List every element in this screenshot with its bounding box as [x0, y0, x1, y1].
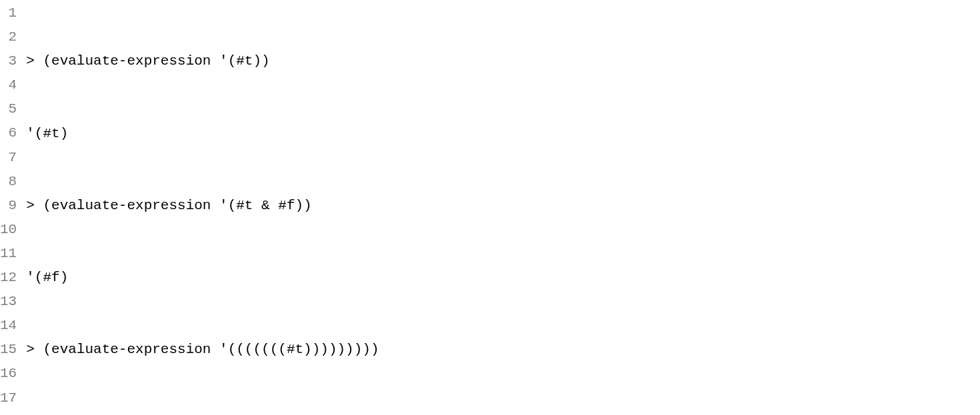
code-line: > (evaluate-expression '(#t)) [26, 49, 530, 73]
code-line: '(#t) [26, 122, 530, 146]
line-number: 5 [0, 97, 17, 121]
line-number: 15 [0, 338, 17, 362]
code-line: > (evaluate-expression '(((((((#t)))))))… [26, 338, 530, 362]
code-line: '(#f) [26, 266, 530, 290]
line-number: 8 [0, 170, 17, 194]
code-line: > (evaluate-expression '(#t & #f)) [26, 194, 530, 218]
line-number: 13 [0, 290, 17, 314]
line-number: 6 [0, 121, 17, 145]
line-number: 9 [0, 194, 17, 218]
line-number-gutter: 1 2 3 4 5 6 7 8 9 10 11 12 13 14 15 16 1… [0, 1, 26, 415]
code-content: > (evaluate-expression '(#t)) '(#t) > (e… [26, 1, 530, 415]
line-number: 4 [0, 73, 17, 97]
line-number: 1 [0, 1, 17, 25]
line-number: 7 [0, 146, 17, 170]
line-number: 3 [0, 49, 17, 73]
line-number: 17 [0, 386, 17, 410]
code-line: '(#t) [26, 410, 530, 415]
line-number: 16 [0, 362, 17, 386]
code-listing: 1 2 3 4 5 6 7 8 9 10 11 12 13 14 15 16 1… [0, 0, 980, 415]
line-number: 14 [0, 314, 17, 338]
line-number: 10 [0, 218, 17, 242]
line-number: 12 [0, 266, 17, 290]
line-number: 2 [0, 25, 17, 49]
line-number: 11 [0, 242, 17, 266]
